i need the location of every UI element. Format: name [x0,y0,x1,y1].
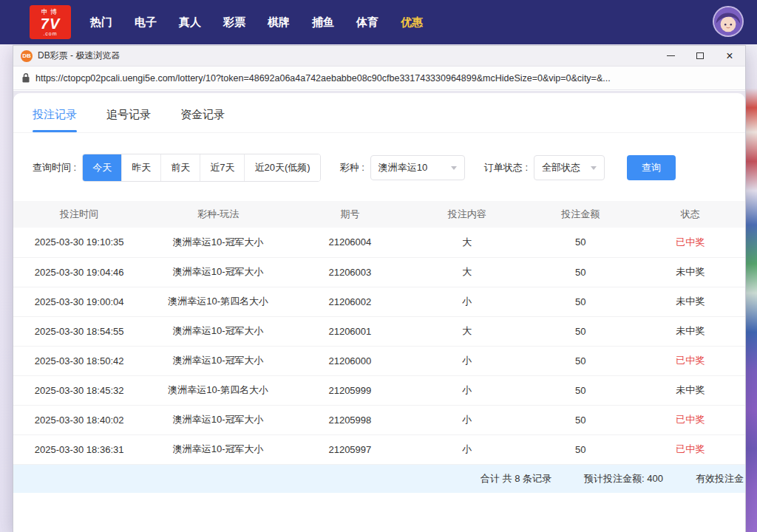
cell-issue-number: 21205999 [291,375,408,405]
cell-bet-time: 2025-03-30 19:10:35 [13,228,145,257]
lottery-select[interactable]: 澳洲幸运10 [370,155,465,180]
desktop-background [745,44,757,532]
table-row: 2025-03-30 19:10:35澳洲幸运10-冠军大小21206004大5… [13,228,745,257]
column-header: 状态 [635,201,745,228]
cell-bet-time: 2025-03-30 18:54:55 [13,316,145,346]
cell-issue-number: 21206004 [291,228,408,257]
window-controls: × [665,51,738,61]
cell-bet-amount: 50 [526,375,636,405]
browser-window: DB DB彩票 - 极速浏览器 × https://ctopcp02pcali.… [13,46,745,532]
table-row: 2025-03-30 19:04:46澳洲幸运10-冠军大小21206003大5… [13,257,745,287]
cell-bet-time: 2025-03-30 19:04:46 [13,257,145,287]
time-option-昨天[interactable]: 昨天 [121,154,160,181]
table-row: 2025-03-30 18:36:31澳洲幸运10-冠军大小21205997小5… [13,434,745,464]
nav-item-电子[interactable]: 电子 [135,11,157,34]
cell-bet-amount: 50 [526,405,636,434]
tab-资金记录[interactable]: 资金记录 [180,108,225,132]
cell-bet-content: 小 [409,346,526,375]
chevron-down-icon [591,166,597,170]
table-header-row: 投注时间彩种-玩法期号投注内容投注金额状态 [13,201,745,228]
column-header: 投注时间 [13,201,145,228]
cell-issue-number: 21205998 [291,405,408,434]
cell-status: 未中奖 [635,287,745,316]
nav-item-优惠[interactable]: 优惠 [401,11,423,34]
brand-logo-main: 7V [41,16,60,31]
cell-status: 已中奖 [635,434,745,464]
nav-item-热门[interactable]: 热门 [90,11,112,34]
lock-icon [22,73,30,83]
cell-bet-amount: 50 [526,287,636,316]
status-filter-label: 订单状态 : [484,161,528,174]
cell-issue-number: 21205997 [291,434,408,464]
cell-status: 未中奖 [635,257,745,287]
column-header: 期号 [291,201,408,228]
cell-bet-content: 小 [409,434,526,464]
search-button[interactable]: 查询 [627,155,676,180]
order-status-select[interactable]: 全部状态 [534,155,605,180]
time-option-近20天(低频)[interactable]: 近20天(低频) [244,154,319,181]
time-option-今天[interactable]: 今天 [83,154,121,181]
summary-valid-amount: 有效投注金 [696,472,744,485]
user-avatar[interactable] [713,6,744,37]
url-text[interactable]: https://ctopcp02pcali.uengi5e.com/lotter… [35,73,611,83]
cell-bet-content: 大 [409,228,526,257]
cell-bet-time: 2025-03-30 19:00:04 [13,287,145,316]
table-body: 2025-03-30 19:10:35澳洲幸运10-冠军大小21206004大5… [13,228,745,464]
cell-lottery-play: 澳洲幸运10-冠军大小 [145,346,291,375]
cell-bet-time: 2025-03-30 18:40:02 [13,405,145,434]
brand-logo[interactable]: 申博 7V .com [30,5,71,39]
avatar-icon [714,7,742,35]
nav-item-彩票[interactable]: 彩票 [223,11,245,34]
cell-bet-amount: 50 [526,257,636,287]
close-icon[interactable]: × [724,51,735,61]
lottery-filter-label: 彩种 : [340,161,364,174]
cell-status: 未中奖 [635,375,745,405]
top-navbar: 申博 7V .com 热门电子真人彩票棋牌捕鱼体育优惠 [0,0,757,44]
cell-status: 已中奖 [635,228,745,257]
time-filter-label: 查询时间 : [33,161,76,174]
tab-投注记录[interactable]: 投注记录 [33,108,77,132]
time-range-group: 今天昨天前天近7天近20天(低频) [82,154,320,182]
time-option-近7天[interactable]: 近7天 [200,154,244,181]
cell-bet-content: 大 [409,316,526,346]
cell-bet-content: 大 [409,257,526,287]
table-summary-footer: 合计 共 8 条记录 预计投注金额: 400 有效投注金 [13,465,745,493]
cell-issue-number: 21206002 [291,287,408,316]
cell-bet-amount: 50 [526,228,636,257]
nav-item-体育[interactable]: 体育 [356,11,378,34]
nav-item-棋牌[interactable]: 棋牌 [268,11,290,34]
column-header: 投注内容 [409,201,526,228]
nav-item-捕鱼[interactable]: 捕鱼 [312,11,334,34]
table-row: 2025-03-30 18:45:32澳洲幸运10-第四名大小21205999小… [13,375,745,405]
cell-issue-number: 21206003 [291,257,408,287]
cell-status: 已中奖 [635,346,745,375]
table-row: 2025-03-30 18:54:55澳洲幸运10-冠军大小21206001大5… [13,316,745,346]
cell-issue-number: 21206001 [291,316,408,346]
table-row: 2025-03-30 18:50:42澳洲幸运10-冠军大小21206000小5… [13,346,745,375]
nav-item-真人[interactable]: 真人 [179,11,201,34]
cell-lottery-play: 澳洲幸运10-第四名大小 [145,375,291,405]
cell-bet-time: 2025-03-30 18:50:42 [13,346,145,375]
table-row: 2025-03-30 19:00:04澳洲幸运10-第四名大小21206002小… [13,287,745,316]
nav-menu: 热门电子真人彩票棋牌捕鱼体育优惠 [90,11,423,34]
filter-bar: 查询时间 : 今天昨天前天近7天近20天(低频) 彩种 : 澳洲幸运10 订单状… [13,133,745,182]
brand-logo-top: 申博 [41,9,59,16]
cell-lottery-play: 澳洲幸运10-冠军大小 [145,316,291,346]
cell-bet-amount: 50 [526,346,636,375]
time-option-前天[interactable]: 前天 [160,154,200,181]
cell-lottery-play: 澳洲幸运10-冠军大小 [145,434,291,464]
browser-addressbar[interactable]: https://ctopcp02pcali.uengi5e.com/lotter… [13,66,745,90]
chevron-down-icon [451,166,457,170]
bet-records-table: 投注时间彩种-玩法期号投注内容投注金额状态 2025-03-30 19:10:3… [13,201,745,465]
tab-追号记录[interactable]: 追号记录 [106,108,151,132]
cell-bet-time: 2025-03-30 18:36:31 [13,434,145,464]
browser-titlebar[interactable]: DB DB彩票 - 极速浏览器 × [13,46,745,66]
order-status-value: 全部状态 [542,161,580,174]
brand-logo-sub: .com [43,31,57,36]
cell-bet-amount: 50 [526,316,636,346]
cell-bet-content: 小 [409,287,526,316]
browser-client-area: 投注记录追号记录资金记录 查询时间 : 今天昨天前天近7天近20天(低频) 彩种… [13,91,745,532]
lottery-select-value: 澳洲幸运10 [378,161,427,174]
minimize-icon[interactable] [665,51,676,61]
maximize-icon[interactable] [695,51,705,61]
